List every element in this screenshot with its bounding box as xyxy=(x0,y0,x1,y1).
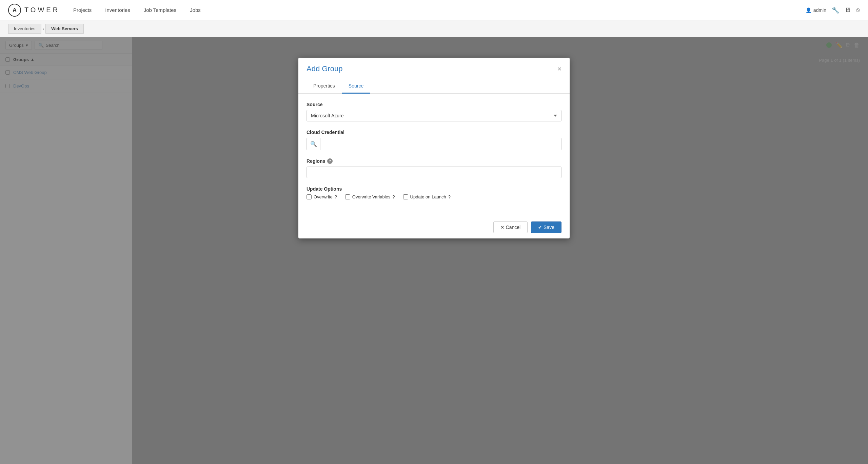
overwrite-checkbox[interactable] xyxy=(307,194,312,199)
tab-properties[interactable]: Properties xyxy=(307,79,342,94)
source-group: Source Microsoft Azure Amazon EC2 Google… xyxy=(307,102,561,121)
breadcrumb-separator: › xyxy=(43,26,44,32)
overwrite-vars-option: Overwrite Variables ? xyxy=(345,194,395,199)
modal-close-button[interactable]: × xyxy=(557,65,561,73)
breadcrumb-web-servers[interactable]: Web Servers xyxy=(45,24,84,34)
navbar: A TOWER Projects Inventories Job Templat… xyxy=(0,0,868,20)
update-on-launch-help-icon[interactable]: ? xyxy=(448,194,451,199)
brand-name: TOWER xyxy=(24,6,60,14)
main-nav: Projects Inventories Job Templates Jobs xyxy=(73,6,806,14)
regions-group: Regions ? xyxy=(307,158,561,178)
brand-logo: A xyxy=(8,4,21,17)
update-on-launch-checkbox[interactable] xyxy=(403,194,408,199)
modal-header: Add Group × xyxy=(298,58,570,79)
update-on-launch-option: Update on Launch ? xyxy=(403,194,451,199)
cloud-credential-input-wrapper: 🔍 xyxy=(307,138,561,150)
nav-projects[interactable]: Projects xyxy=(73,6,92,14)
search-icon: 🔍 xyxy=(307,138,321,150)
nav-inventories[interactable]: Inventories xyxy=(105,6,130,14)
nav-jobs[interactable]: Jobs xyxy=(190,6,201,14)
regions-label: Regions ? xyxy=(307,158,561,164)
username: admin xyxy=(813,7,826,13)
overwrite-vars-help-icon[interactable]: ? xyxy=(392,194,395,199)
modal-footer: ✕ Cancel ✔ Save xyxy=(298,216,570,238)
save-button[interactable]: ✔ Save xyxy=(531,221,561,233)
cloud-credential-input[interactable] xyxy=(321,139,561,150)
sub-header: Inventories › Web Servers xyxy=(0,20,868,37)
breadcrumb-inventories[interactable]: Inventories xyxy=(8,24,41,34)
wrench-icon[interactable]: 🔧 xyxy=(832,6,839,14)
update-options: Overwrite ? Overwrite Variables ? Update… xyxy=(307,194,561,199)
user-icon: 👤 xyxy=(806,7,811,13)
navbar-right: 👤 admin 🔧 🖥 ⎋ xyxy=(806,6,860,14)
update-options-group: Update Options Overwrite ? Overwrite Var… xyxy=(307,186,561,199)
overwrite-help-icon[interactable]: ? xyxy=(335,194,337,199)
monitor-icon[interactable]: 🖥 xyxy=(845,6,851,14)
overwrite-vars-checkbox[interactable] xyxy=(345,194,350,199)
nav-user: 👤 admin xyxy=(806,7,826,13)
cloud-credential-group: Cloud Credential 🔍 xyxy=(307,130,561,150)
sign-out-icon[interactable]: ⎋ xyxy=(856,6,860,14)
source-label: Source xyxy=(307,102,561,107)
cancel-button[interactable]: ✕ Cancel xyxy=(493,221,528,233)
update-options-label: Update Options xyxy=(307,186,561,192)
modal-tabs: Properties Source xyxy=(298,79,570,94)
brand: A TOWER xyxy=(8,4,60,17)
nav-job-templates[interactable]: Job Templates xyxy=(144,6,176,14)
overwrite-option: Overwrite ? xyxy=(307,194,337,199)
add-group-modal: Add Group × Properties Source Source Mic… xyxy=(298,58,570,238)
overwrite-label: Overwrite xyxy=(314,194,333,199)
source-select[interactable]: Microsoft Azure Amazon EC2 Google Comput… xyxy=(307,110,561,121)
modal-title: Add Group xyxy=(307,64,342,73)
modal-body: Source Microsoft Azure Amazon EC2 Google… xyxy=(298,94,570,216)
regions-help-icon[interactable]: ? xyxy=(327,158,333,164)
regions-input[interactable] xyxy=(307,167,561,178)
overwrite-vars-label: Overwrite Variables xyxy=(352,194,390,199)
update-on-launch-label: Update on Launch xyxy=(410,194,446,199)
main-content: Groups ▾ 🔍 Search Groups ▲ CMS Web Group xyxy=(0,37,868,464)
cloud-credential-label: Cloud Credential xyxy=(307,130,561,135)
tab-source[interactable]: Source xyxy=(342,79,370,94)
modal-overlay: Add Group × Properties Source Source Mic… xyxy=(0,37,868,464)
